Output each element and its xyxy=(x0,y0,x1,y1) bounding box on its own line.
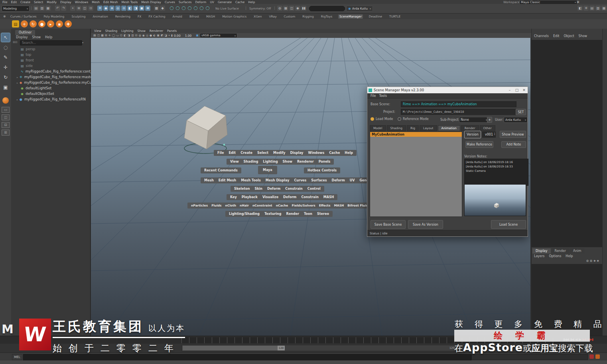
hotbox-menu[interactable]: nParticles xyxy=(191,204,208,207)
panel-toolbar-icon[interactable]: ● xyxy=(150,34,152,37)
colorspace-select[interactable]: sRGB gamma ▾ xyxy=(200,33,237,38)
hotbox-recent-commands[interactable]: Recent Commands xyxy=(201,167,241,173)
menu-item[interactable]: Mesh Display xyxy=(141,0,161,4)
panel-toolbar-icon[interactable]: ◫ xyxy=(97,34,100,37)
panel-toolbar-icon[interactable]: ▮ xyxy=(171,34,173,37)
project-icon[interactable]: ▪ xyxy=(56,20,63,28)
hotbox-menu[interactable]: Mesh xyxy=(204,179,214,182)
selection-icon[interactable]: ⊕ xyxy=(109,6,114,11)
selection-mask-icon[interactable]: ◯ xyxy=(187,6,192,11)
save-as-version-button[interactable]: Save As Version xyxy=(408,220,443,229)
subproject-select[interactable]: None ▾ xyxy=(459,117,489,123)
preview-thumbnail[interactable] xyxy=(464,184,526,216)
shelf-tab[interactable]: Deadline xyxy=(368,14,383,19)
hotbox-menu[interactable]: Control xyxy=(307,187,321,191)
script-error-icon[interactable] xyxy=(595,354,600,359)
load-mode-radio[interactable]: Load Mode xyxy=(371,117,393,121)
outliner-menu-item[interactable]: Help xyxy=(45,35,52,39)
category-tab[interactable]: Render xyxy=(461,125,479,131)
menu-item[interactable]: Create xyxy=(20,0,30,4)
hotbox-menu[interactable]: Display xyxy=(290,151,304,155)
menu-item[interactable]: Surfaces xyxy=(179,0,191,4)
publish-icon[interactable]: ● xyxy=(38,20,45,28)
hotbox-menu[interactable]: MASH xyxy=(323,195,334,199)
panel-toolbar-icon[interactable]: ◎ xyxy=(146,34,148,37)
selection-icon[interactable]: ✛ xyxy=(97,6,102,11)
search-input[interactable] xyxy=(309,6,345,11)
hotbox-menu[interactable]: Deform xyxy=(283,195,296,199)
panel-menu-item[interactable]: View xyxy=(94,29,101,33)
play-blast-icon[interactable]: ▸ xyxy=(47,20,54,28)
hotbox-menu[interactable]: Constrain xyxy=(285,187,302,191)
hotbox-menu[interactable]: Render xyxy=(286,212,299,216)
hotbox-menu[interactable]: Modify xyxy=(273,151,286,155)
script-editor-icon[interactable] xyxy=(589,354,594,359)
panel-toolbar-icon[interactable]: ◯ xyxy=(112,34,115,37)
layer-editor-menu-item[interactable]: Help xyxy=(566,254,573,258)
layer-editor-tab[interactable]: Render xyxy=(552,248,569,254)
hotbox-menu[interactable]: UV xyxy=(350,179,355,182)
hotbox-menu[interactable]: Lighting/Shading xyxy=(229,212,260,216)
selection-icon[interactable]: ◧ xyxy=(127,6,132,11)
layer-editor-tab[interactable]: Anim xyxy=(570,248,585,254)
layer-editor-menu-item[interactable]: Options xyxy=(549,254,561,258)
sidebar-toggle-icon[interactable]: ✛ xyxy=(583,6,589,11)
outliner-item[interactable]: ◉defaultLightSet xyxy=(11,85,88,91)
hotbox-menu[interactable]: Stereo xyxy=(317,212,329,216)
add-note-button[interactable]: Add Note xyxy=(501,141,526,148)
menu-item[interactable]: Edit Mesh xyxy=(103,0,118,4)
expand-all-icon[interactable]: ⊞⊟ xyxy=(13,41,18,44)
hotbox-menu[interactable]: nCloth xyxy=(225,204,236,207)
hotbox-menu[interactable]: Cache xyxy=(329,151,340,155)
range-slider-handle[interactable]: 120 xyxy=(278,346,285,350)
rotate-tool[interactable]: ↻ xyxy=(1,73,10,82)
history-icon[interactable]: ▩ xyxy=(154,6,159,11)
outliner-item[interactable]: ◆myRiggedCube_Rig_forReference:myCube_Mo… xyxy=(11,80,88,85)
reference-mode-radio[interactable]: Reference Mode xyxy=(398,117,429,121)
selection-mask-icon[interactable]: ◯ xyxy=(181,6,186,11)
panel-toolbar-icon[interactable]: ⊟ xyxy=(135,34,138,37)
version-info-button[interactable]: i xyxy=(494,132,495,136)
shelf-tab[interactable]: MASH xyxy=(205,14,216,19)
outliner-item[interactable]: ▤side xyxy=(11,63,88,69)
outliner-menu-item[interactable]: Display xyxy=(16,35,28,39)
paint-select-tool[interactable]: ✎ xyxy=(1,53,10,62)
menu-item[interactable]: Windows xyxy=(75,0,88,4)
sidebar-toggle-icon[interactable]: ▥ xyxy=(595,6,601,11)
category-tab[interactable]: Shading xyxy=(387,125,406,131)
file-icon[interactable]: ▦ xyxy=(45,6,51,11)
set-project-button[interactable]: SET xyxy=(516,109,526,115)
panel-toolbar-icon[interactable]: ◉ xyxy=(142,34,145,37)
user-menu[interactable]: ◉ Arda Kutlu ▾ xyxy=(346,6,373,12)
shelf-tab[interactable]: Custom xyxy=(283,14,297,19)
range-slider-track[interactable]: 1 120 120 xyxy=(181,345,457,351)
sidebar-toggle-icon[interactable]: ▤ xyxy=(589,6,595,11)
channel-box-menu-item[interactable]: Channels xyxy=(534,34,549,38)
selection-mask-icon[interactable]: ◯ xyxy=(169,6,174,11)
layer-editor-icon[interactable]: ◍ xyxy=(590,259,592,262)
category-tab[interactable]: Other xyxy=(480,125,495,131)
layout-button[interactable]: ⊞ xyxy=(2,130,10,136)
shelf-tab[interactable]: SceneManager xyxy=(338,14,363,19)
menu-item[interactable]: Edit xyxy=(11,0,17,4)
panel-menu-item[interactable]: Renderer xyxy=(150,29,163,33)
hotbox-menu[interactable]: Deform xyxy=(267,187,280,191)
channel-box-menu-item[interactable]: Show xyxy=(579,34,587,38)
hotbox-menu[interactable]: Edit xyxy=(229,151,236,155)
history-icon[interactable]: ◆ xyxy=(160,6,165,11)
hotbox-menu[interactable]: Playback xyxy=(242,195,258,199)
selection-icon[interactable]: ▣ xyxy=(139,6,144,11)
hotbox-menu[interactable]: nConstraint xyxy=(252,204,272,207)
scene-manager-titlebar[interactable]: Scene Manager Maya v2.3.00 – □ ✕ xyxy=(367,87,528,93)
dialog-user-select[interactable]: Arda Kutlu ▾ xyxy=(504,117,528,123)
version-spinner[interactable]: v001 xyxy=(482,132,496,138)
close-button[interactable]: ✕ xyxy=(520,88,528,92)
search-filter-icon[interactable]: ▾ xyxy=(82,41,83,44)
layout-button[interactable]: ◫ xyxy=(2,114,10,120)
scene-list-item[interactable]: MyCubeAnimation xyxy=(370,132,462,137)
hotbox-menu[interactable]: Shading xyxy=(244,160,258,163)
panel-menu-item[interactable]: Shading xyxy=(105,29,117,33)
save-version-icon[interactable]: ▤ xyxy=(12,20,19,28)
hotbox-menu[interactable]: MASH xyxy=(334,204,344,207)
hotbox-menu[interactable]: Create xyxy=(240,151,252,155)
